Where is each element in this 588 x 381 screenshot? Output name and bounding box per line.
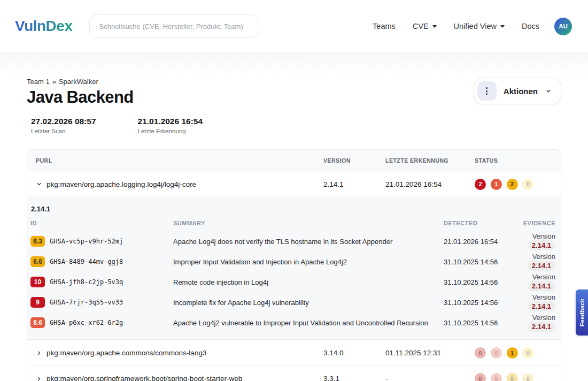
low-count-badge: 0 — [522, 179, 533, 190]
kebab-menu-icon — [477, 81, 497, 101]
expanded-vulnerability-section: 2.14.1 ID SUMMARY DETECTED EVIDENCE 6.3 … — [27, 197, 561, 340]
top-navbar: VulnDex Teams CVE Unified View Docs AU — [0, 0, 588, 53]
package-last-detection: - — [385, 375, 475, 381]
evidence-cell: Version 2.14.1 — [502, 293, 556, 311]
vulnerability-summary: Remote code injection in Log4j — [173, 278, 444, 286]
vulnerability-row[interactable]: 10 GHSA-jfh8-c2jp-5v3q Remote code injec… — [30, 272, 556, 292]
advisory-id[interactable]: GHSA-p6xc-xr62-6r2g — [50, 319, 123, 326]
breadcrumb-separator: » — [52, 78, 56, 86]
detected-timestamp: 31.10.2025 14:56 — [444, 299, 502, 307]
vulnerability-row[interactable]: 8.6 GHSA-p6xc-xr62-6r2g Apache Log4j2 vu… — [30, 313, 556, 333]
evidence-cell: Version 2.14.1 — [502, 273, 556, 291]
evidence-label: Version — [532, 232, 555, 240]
evidence-version-pill: 2.14.1 — [528, 281, 555, 291]
package-purl: pkg:maven/org.springframework.boot/sprin… — [47, 375, 242, 381]
actions-button[interactable]: Aktionen — [474, 78, 561, 104]
scan-stats: 27.02.2026 08:57 Letzter Scan 21.01.2026… — [31, 117, 561, 134]
column-header-id: ID — [30, 220, 173, 226]
cvss-score-badge: 8.6 — [30, 317, 45, 328]
evidence-version-pill: 2.14.1 — [528, 301, 555, 311]
chevron-down-icon — [500, 25, 505, 28]
package-last-detection: 01.11.2025 12:31 — [385, 349, 475, 357]
severity-counts: 0 0 1 0 — [475, 347, 561, 359]
cvss-score-badge: 6.6 — [30, 256, 45, 267]
vulnerability-row[interactable]: 9 GHSA-7rjr-3q55-vv33 Incomplete fix for… — [30, 292, 556, 313]
column-header-evidence: EVIDENCE — [502, 220, 556, 226]
cvss-score-badge: 9 — [30, 297, 45, 308]
evidence-label: Version — [532, 253, 555, 261]
vulnerability-row[interactable]: 6.6 GHSA-8489-44mv-ggj8 Improper Input V… — [30, 252, 556, 272]
nav-item-label: CVE — [413, 22, 429, 31]
nav-item-teams[interactable]: Teams — [373, 22, 396, 31]
evidence-label: Version — [532, 273, 555, 281]
page-title: Java Backend — [27, 88, 134, 107]
severity-counts: 0 0 0 0 — [475, 373, 561, 381]
low-count-badge: 0 — [522, 373, 533, 381]
feedback-button[interactable]: Feedback — [576, 289, 588, 336]
collapse-row-icon[interactable] — [36, 181, 42, 187]
vulnerability-summary: Incomplete fix for Apache Log4j vulnerab… — [173, 299, 444, 307]
evidence-version-pill: 2.14.1 — [528, 322, 555, 332]
medium-count-badge: 2 — [507, 179, 518, 190]
stat-last-detection: 21.01.2026 16:54 Letzte Erkennung — [138, 117, 203, 134]
nav-item-label: Unified View — [454, 22, 497, 31]
advisory-id[interactable]: GHSA-jfh8-c2jp-5v3q — [50, 278, 123, 286]
stat-value: 21.01.2026 16:54 — [138, 117, 203, 126]
evidence-cell: Version 2.14.1 — [502, 314, 556, 332]
high-count-badge: 1 — [491, 179, 502, 190]
vulnerability-summary: Improper Input Validation and Injection … — [173, 258, 444, 266]
table-row[interactable]: pkg:maven/org.springframework.boot/sprin… — [27, 365, 561, 381]
expand-row-icon[interactable] — [36, 376, 42, 381]
detected-timestamp: 21.01.2026 16:54 — [444, 238, 502, 246]
evidence-label: Version — [532, 293, 555, 301]
main-content: Team 1 » SparkWalker Java Backend Aktion… — [0, 78, 588, 381]
packages-table: PURL VERSION LETZTE ERKENNUNG STATUS pkg… — [27, 149, 561, 381]
stat-last-scan: 27.02.2026 08:57 Letzter Scan — [31, 117, 96, 134]
vulnerability-row[interactable]: 6.3 GHSA-vc5p-v9hr-52mj Apache Log4j doe… — [30, 231, 556, 252]
advisory-id[interactable]: GHSA-8489-44mv-ggj8 — [50, 258, 123, 265]
nav-item-docs[interactable]: Docs — [522, 22, 539, 31]
vuln-table-header-row: ID SUMMARY DETECTED EVIDENCE — [30, 215, 556, 231]
main-nav: Teams CVE Unified View Docs — [373, 22, 539, 31]
low-count-badge: 0 — [522, 347, 533, 359]
nav-item-label: Docs — [522, 22, 539, 31]
evidence-cell: Version 2.14.1 — [502, 232, 556, 250]
chevron-down-icon — [545, 87, 552, 95]
column-header-summary: SUMMARY — [173, 220, 444, 226]
package-version: 2.14.1 — [323, 180, 385, 188]
package-version: 3.3.1 — [323, 375, 385, 381]
nav-item-unified-view[interactable]: Unified View — [454, 22, 505, 31]
header-fade — [0, 53, 588, 74]
detected-timestamp: 31.10.2025 14:56 — [444, 278, 502, 286]
column-header-version: VERSION — [323, 157, 385, 164]
package-purl: pkg:maven/org.apache.commons/commons-lan… — [47, 349, 206, 357]
breadcrumb-project[interactable]: SparkWalker — [59, 78, 98, 86]
stat-label: Letzte Erkennung — [138, 128, 203, 134]
evidence-version-pill: 2.14.1 — [528, 261, 555, 271]
expand-row-icon[interactable] — [36, 350, 42, 356]
vulnerability-summary: Apache Log4j does not verify the TLS hos… — [173, 238, 444, 246]
chevron-down-icon — [432, 25, 437, 28]
critical-count-badge: 0 — [475, 373, 486, 381]
evidence-label: Version — [532, 314, 555, 322]
stat-label: Letzter Scan — [31, 128, 96, 134]
medium-count-badge: 1 — [507, 347, 518, 359]
breadcrumb-team[interactable]: Team 1 — [27, 78, 50, 86]
detected-timestamp: 31.10.2025 14:56 — [444, 319, 502, 327]
app-logo[interactable]: VulnDex — [15, 18, 73, 35]
actions-button-label: Aktionen — [504, 87, 538, 96]
vulnerability-summary: Apache Log4j2 vulnerable to Improper Inp… — [173, 319, 444, 327]
table-row[interactable]: pkg:maven/org.apache.commons/commons-lan… — [27, 340, 561, 365]
detected-timestamp: 31.10.2025 14:56 — [444, 258, 502, 266]
search-input[interactable] — [89, 14, 259, 38]
feedback-button-label: Feedback — [579, 299, 585, 326]
package-last-detection: 21.01.2026 16:54 — [385, 180, 475, 188]
user-avatar[interactable]: AU — [554, 18, 572, 35]
advisory-id[interactable]: GHSA-vc5p-v9hr-52mj — [50, 238, 123, 245]
nav-item-cve[interactable]: CVE — [413, 22, 437, 31]
package-version: 3.14.0 — [323, 349, 385, 357]
table-row[interactable]: pkg:maven/org.apache.logging.log4j/log4j… — [27, 171, 561, 197]
advisory-id[interactable]: GHSA-7rjr-3q55-vv33 — [50, 299, 123, 306]
column-header-detected: DETECTED — [444, 220, 502, 226]
column-header-status: STATUS — [475, 157, 561, 164]
